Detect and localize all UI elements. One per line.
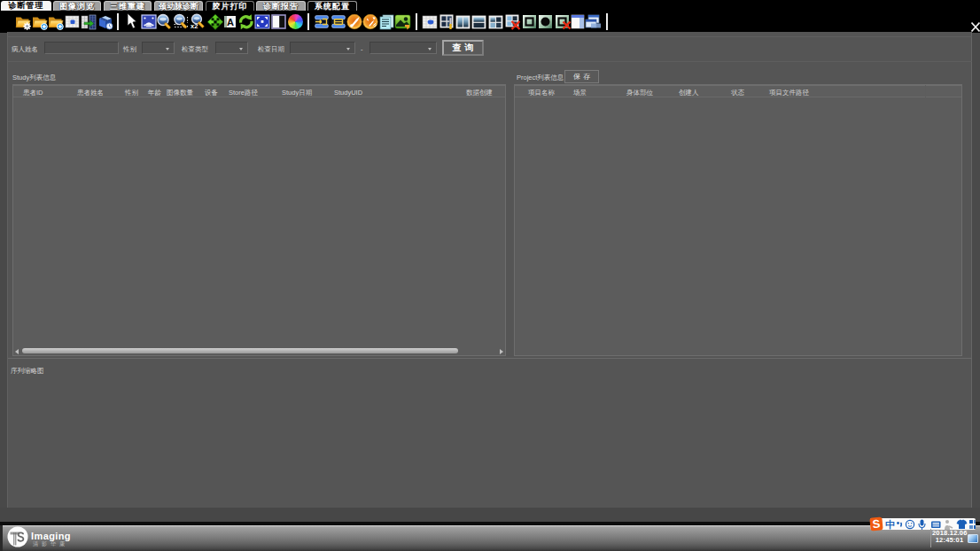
svg-text:中: 中 bbox=[885, 519, 895, 530]
svg-text:A: A bbox=[227, 17, 234, 27]
svg-text:x2: x2 bbox=[191, 22, 198, 30]
